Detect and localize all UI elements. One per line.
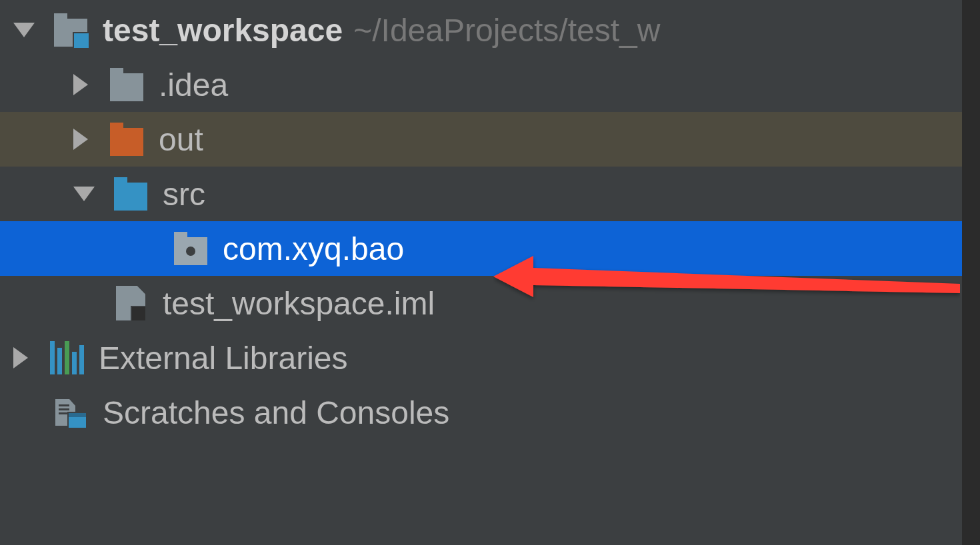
scratches-icon xyxy=(52,394,89,431)
arrow-spacer xyxy=(73,296,95,310)
iml-file-icon xyxy=(112,284,149,322)
panel-divider xyxy=(962,0,980,545)
project-root-path: ~/IdeaProjects/test_w xyxy=(353,12,660,49)
tree-row-scratches[interactable]: Scratches and Consoles xyxy=(0,385,962,440)
arrow-spacer xyxy=(13,405,35,420)
module-folder-icon xyxy=(52,11,89,49)
iml-file-label: test_workspace.iml xyxy=(163,285,435,322)
package-folder-icon xyxy=(172,230,209,267)
tree-row-out-folder[interactable]: out xyxy=(0,112,962,167)
arrow-spacer xyxy=(133,241,155,256)
expand-arrow-right-icon[interactable] xyxy=(13,347,28,368)
tree-row-iml-file[interactable]: test_workspace.iml xyxy=(0,276,962,330)
tree-row-external-libraries[interactable]: External Libraries xyxy=(0,330,962,385)
idea-folder-label: .idea xyxy=(159,67,228,103)
out-folder-label: out xyxy=(159,121,203,158)
libraries-icon xyxy=(48,339,85,376)
source-folder-icon xyxy=(112,175,149,213)
expand-arrow-right-icon[interactable] xyxy=(73,129,88,150)
scratches-label: Scratches and Consoles xyxy=(103,394,449,431)
expand-arrow-right-icon[interactable] xyxy=(73,74,88,95)
tree-row-package[interactable]: com.xyq.bao xyxy=(0,221,962,276)
external-libraries-label: External Libraries xyxy=(99,340,348,376)
project-tree: test_workspace ~/IdeaProjects/test_w .id… xyxy=(0,0,962,440)
tree-row-project-root[interactable]: test_workspace ~/IdeaProjects/test_w xyxy=(0,3,962,57)
expand-arrow-down-icon[interactable] xyxy=(13,23,35,37)
project-root-label: test_workspace xyxy=(103,12,343,49)
package-label: com.xyq.bao xyxy=(223,231,404,267)
tree-row-src-folder[interactable]: src xyxy=(0,167,962,221)
folder-icon xyxy=(108,66,145,103)
excluded-folder-icon xyxy=(108,121,145,158)
tree-row-idea-folder[interactable]: .idea xyxy=(0,57,962,112)
src-folder-label: src xyxy=(163,176,205,213)
expand-arrow-down-icon[interactable] xyxy=(73,187,95,201)
